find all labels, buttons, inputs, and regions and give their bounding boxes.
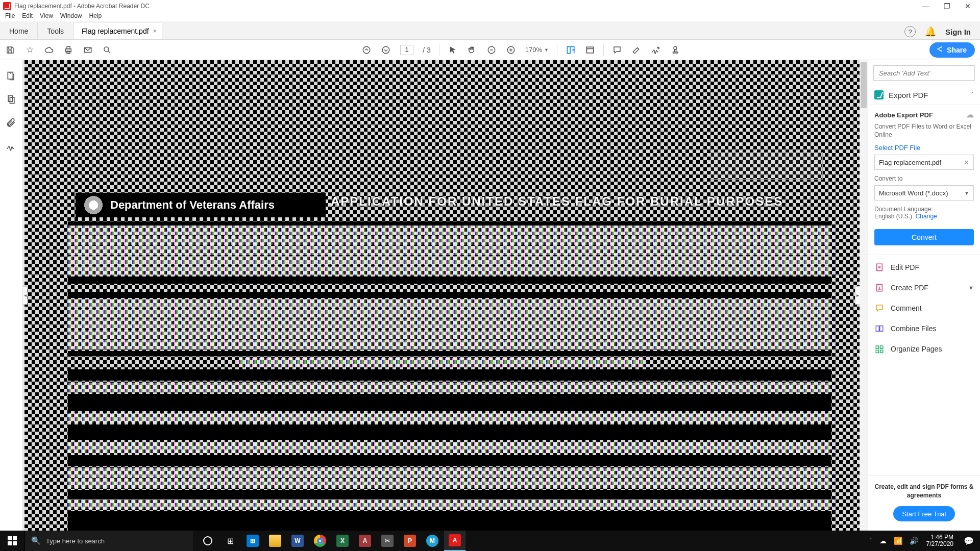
- email-icon[interactable]: [83, 45, 93, 55]
- star-icon[interactable]: ☆: [24, 45, 35, 55]
- svg-point-14: [941, 51, 942, 52]
- cortana-button[interactable]: [197, 531, 218, 551]
- export-pdf-accordion[interactable]: Export PDF ˄: [868, 85, 980, 105]
- start-button[interactable]: [0, 531, 24, 551]
- tray-cloud-icon[interactable]: ☁: [879, 537, 887, 545]
- left-panel-toggle[interactable]: ◂: [23, 286, 28, 305]
- system-tray[interactable]: ˄ ☁ 📶 🔊: [865, 537, 922, 545]
- menu-edit[interactable]: Edit: [22, 12, 33, 21]
- tool-create-pdf[interactable]: Create PDF ▼: [868, 278, 980, 298]
- word-icon: W: [291, 535, 304, 547]
- window-close-button[interactable]: ✕: [965, 2, 971, 10]
- page-down-icon[interactable]: [381, 45, 391, 55]
- menu-view[interactable]: View: [40, 12, 53, 21]
- tool-combine-files[interactable]: Combine Files: [868, 318, 980, 339]
- document-tab[interactable]: Flag replacement.pdf ×: [73, 22, 162, 39]
- page-up-icon[interactable]: [361, 45, 372, 55]
- vertical-scrollbar[interactable]: [860, 60, 868, 531]
- cloud-icon[interactable]: [44, 45, 54, 55]
- convert-to-dropdown[interactable]: Microsoft Word (*.docx) ▼: [874, 185, 974, 201]
- tool-comment[interactable]: Comment: [868, 298, 980, 318]
- convert-button[interactable]: Convert: [874, 229, 974, 245]
- menu-file[interactable]: File: [5, 12, 15, 21]
- svg-rect-0: [9, 51, 12, 53]
- task-view-icon: ⊞: [227, 536, 234, 546]
- page-number-input[interactable]: [400, 45, 413, 55]
- tab-home[interactable]: Home: [0, 22, 38, 39]
- help-icon[interactable]: ?: [904, 26, 916, 37]
- taskbar-app-acrobat[interactable]: A: [444, 531, 465, 551]
- document-tab-close-icon[interactable]: ×: [153, 28, 157, 35]
- bookmarks-icon[interactable]: [6, 94, 17, 105]
- sign-icon[interactable]: [651, 45, 661, 55]
- tray-chevron-icon[interactable]: ˄: [869, 537, 872, 545]
- zoom-level-dropdown[interactable]: 170% ▼: [525, 46, 549, 54]
- taskbar-app-store[interactable]: ⊞: [242, 531, 263, 551]
- comment-icon[interactable]: [612, 45, 622, 55]
- print-icon[interactable]: [63, 45, 74, 55]
- menu-window[interactable]: Window: [60, 12, 82, 21]
- taskbar-search[interactable]: 🔍 Type here to search: [24, 531, 193, 551]
- window-minimize-button[interactable]: —: [922, 2, 929, 10]
- sign-in-button[interactable]: Sign In: [945, 28, 971, 36]
- svg-rect-24: [876, 350, 878, 353]
- tab-tools[interactable]: Tools: [38, 22, 73, 39]
- tray-volume-icon[interactable]: 🔊: [910, 537, 918, 545]
- start-free-trial-button[interactable]: Start Free Trial: [893, 506, 955, 521]
- taskbar-app-word[interactable]: W: [287, 531, 308, 551]
- menu-help[interactable]: Help: [89, 12, 102, 21]
- excel-icon: X: [336, 535, 349, 547]
- highlight-icon[interactable]: [631, 45, 642, 55]
- combine-files-icon: [874, 323, 885, 334]
- taskbar-app-chrome[interactable]: [309, 531, 331, 551]
- tools-search-input[interactable]: [873, 65, 975, 81]
- zoom-level-value: 170%: [525, 46, 542, 54]
- tool-edit-pdf[interactable]: Edit PDF: [868, 257, 980, 278]
- omb-info-box: [710, 152, 823, 180]
- taskbar-clock[interactable]: 1:46 PM 7/27/2020: [922, 534, 958, 547]
- taskbar-app-excel[interactable]: X: [332, 531, 353, 551]
- tool-organize-label: Organize Pages: [891, 345, 974, 353]
- select-pdf-file-link[interactable]: Select PDF File: [874, 144, 974, 152]
- share-button[interactable]: Share: [929, 42, 975, 58]
- fit-page-icon[interactable]: [585, 45, 595, 55]
- zoom-out-icon[interactable]: [486, 45, 497, 55]
- selected-file-name: Flag replacement.pdf: [879, 159, 941, 166]
- attachments-icon[interactable]: [6, 117, 17, 129]
- promo-text: Create, edit and sign PDF forms & agreem…: [874, 483, 974, 500]
- snip-icon: ✂: [381, 535, 394, 547]
- create-pdf-icon: [874, 283, 885, 293]
- taskbar-app-explorer[interactable]: [264, 531, 286, 551]
- zoom-in-icon[interactable]: [506, 45, 516, 55]
- store-icon: ⊞: [247, 535, 259, 547]
- signatures-icon[interactable]: [6, 141, 17, 152]
- window-maximize-button[interactable]: ❐: [944, 2, 950, 10]
- taskbar-app-snip[interactable]: ✂: [377, 531, 398, 551]
- clear-file-icon[interactable]: ✕: [964, 159, 969, 166]
- document-viewport[interactable]: ◂ ▸ Department of Veterans Affairs APPLI…: [23, 60, 868, 531]
- taskbar-app-access[interactable]: A: [354, 531, 376, 551]
- action-center-button[interactable]: 💬: [958, 531, 980, 551]
- fit-width-icon[interactable]: [566, 45, 576, 55]
- find-icon[interactable]: [102, 45, 112, 55]
- task-view-button[interactable]: ⊞: [219, 531, 241, 551]
- taskbar-app-powerpoint[interactable]: P: [399, 531, 421, 551]
- notifications-icon[interactable]: 🔔: [925, 26, 936, 37]
- taskbar-app-m[interactable]: M: [422, 531, 443, 551]
- svg-point-6: [363, 46, 370, 54]
- thumbnails-icon[interactable]: [6, 70, 17, 82]
- change-language-link[interactable]: Change: [916, 213, 937, 220]
- right-panel-toggle[interactable]: ▸: [855, 286, 860, 305]
- pdf-page: Department of Veterans Affairs APPLICATI…: [24, 60, 860, 531]
- search-icon: 🔍: [31, 536, 41, 545]
- menu-bar: File Edit View Window Help: [0, 12, 980, 21]
- tool-organize-pages[interactable]: Organize Pages: [868, 339, 980, 359]
- tools-panel: Export PDF ˄ Adobe Export PDF ☁ Convert …: [868, 60, 980, 531]
- svg-rect-25: [880, 350, 883, 353]
- selection-tool-icon[interactable]: [448, 45, 458, 55]
- scrollbar-thumb[interactable]: [861, 62, 867, 108]
- tray-wifi-icon[interactable]: 📶: [894, 537, 902, 545]
- stamp-icon[interactable]: [670, 45, 680, 55]
- hand-tool-icon[interactable]: [467, 45, 477, 55]
- save-icon[interactable]: [5, 45, 15, 55]
